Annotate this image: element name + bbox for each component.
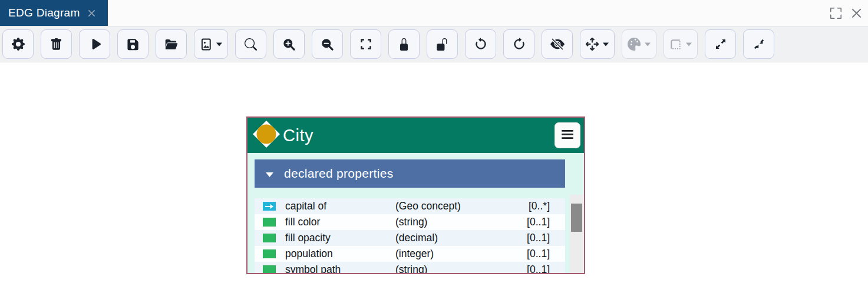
property-type: (string) — [395, 216, 507, 228]
settings-button[interactable] — [2, 29, 34, 59]
property-type: (Geo concept) — [395, 200, 507, 212]
export-image-button[interactable] — [194, 29, 228, 59]
chevron-down-icon — [686, 42, 692, 46]
move-button[interactable] — [580, 29, 615, 59]
chevron-down-icon — [216, 42, 222, 46]
property-cardinality: [0..1] — [507, 232, 565, 244]
unlock-icon — [436, 38, 448, 51]
fullscreen-icon — [360, 38, 372, 50]
zoom-in-button[interactable] — [273, 29, 305, 59]
attribute-icon — [263, 265, 276, 274]
triangle-down-icon — [265, 167, 274, 181]
lock-icon — [398, 38, 410, 51]
property-row[interactable]: fill color (string) [0..1] — [255, 214, 565, 230]
property-name: population — [285, 248, 395, 260]
zoom-out-icon — [321, 38, 334, 51]
zoom-out-button[interactable] — [312, 29, 343, 59]
selection-style-button — [664, 29, 698, 59]
node-body: declared properties capital of (Geo conc… — [247, 153, 584, 274]
tab-edg-diagram[interactable]: EDG Diagram — [0, 0, 108, 26]
tab-bar: EDG Diagram — [0, 0, 868, 26]
search-button[interactable] — [235, 29, 266, 59]
property-type: (decimal) — [395, 232, 507, 244]
toolbar — [0, 26, 868, 62]
hide-button[interactable] — [542, 29, 573, 59]
scrollbar-thumb[interactable] — [571, 204, 582, 232]
maximize-icon[interactable] — [830, 8, 841, 19]
lock-button[interactable] — [388, 29, 420, 59]
property-row[interactable]: capital of (Geo concept) [0..*] — [255, 198, 565, 214]
property-row[interactable]: population (integer) [0..1] — [255, 246, 565, 262]
property-cardinality: [0..1] — [507, 248, 565, 260]
property-cardinality: [0..1] — [507, 264, 565, 274]
property-name: fill opacity — [285, 232, 395, 244]
collapse-button[interactable] — [743, 29, 774, 59]
property-row[interactable]: symbol path (string) [0..1] — [255, 262, 565, 274]
property-cardinality: [0..1] — [507, 216, 565, 228]
save-floppy-icon — [127, 38, 139, 51]
palette-button — [622, 29, 656, 59]
class-node-city[interactable]: City declared properties capital of (Geo… — [246, 116, 585, 274]
play-icon — [88, 38, 101, 51]
property-cardinality: [0..*] — [507, 200, 565, 212]
attribute-icon — [263, 218, 276, 227]
redo-button[interactable] — [503, 29, 534, 59]
relation-arrow-icon — [263, 202, 276, 211]
arrows-move-icon — [586, 38, 599, 51]
trash-icon — [50, 38, 62, 51]
open-button[interactable] — [156, 29, 187, 59]
save-button[interactable] — [117, 29, 148, 59]
expand-button[interactable] — [705, 29, 736, 59]
hamburger-icon — [561, 129, 574, 141]
node-menu-button[interactable] — [555, 122, 580, 148]
diagram-canvas[interactable]: City declared properties capital of (Geo… — [0, 62, 868, 283]
redo-icon — [513, 38, 526, 51]
attribute-icon — [263, 249, 276, 258]
close-icon[interactable] — [851, 8, 862, 19]
property-row[interactable]: fill opacity (decimal) [0..1] — [255, 230, 565, 246]
node-title: City — [283, 126, 313, 145]
tab-close-icon[interactable] — [87, 9, 96, 18]
folder-open-icon — [164, 38, 178, 51]
file-image-icon — [200, 38, 212, 51]
undo-button[interactable] — [465, 29, 496, 59]
vertical-scrollbar[interactable] — [570, 195, 583, 274]
property-name: capital of — [285, 200, 395, 212]
diamond-circle-icon — [251, 119, 282, 152]
tab-title: EDG Diagram — [8, 6, 80, 19]
arrows-expand-icon — [715, 38, 727, 50]
fit-view-button[interactable] — [350, 29, 381, 59]
delete-button[interactable] — [41, 29, 72, 59]
unlock-button[interactable] — [427, 29, 458, 59]
chevron-down-icon — [603, 42, 609, 46]
property-type: (integer) — [395, 248, 507, 260]
zoom-in-icon — [283, 38, 295, 51]
chevron-down-icon — [645, 42, 651, 46]
run-button[interactable] — [79, 29, 110, 59]
gear-icon — [12, 38, 25, 51]
property-list: capital of (Geo concept) [0..*] fill col… — [255, 198, 565, 274]
undo-icon — [474, 38, 487, 51]
attribute-icon — [263, 234, 276, 242]
property-name: symbol path — [285, 264, 395, 274]
arrows-collapse-icon — [753, 38, 765, 50]
window-controls — [830, 0, 862, 26]
palette-icon — [628, 38, 641, 51]
node-header[interactable]: City — [247, 118, 584, 153]
section-label: declared properties — [284, 167, 393, 181]
section-declared-properties[interactable]: declared properties — [255, 159, 565, 188]
property-type: (string) — [395, 264, 507, 274]
dashed-rect-icon — [669, 38, 682, 51]
property-name: fill color — [285, 216, 395, 228]
search-icon — [245, 38, 257, 51]
eye-slash-icon — [550, 37, 565, 51]
